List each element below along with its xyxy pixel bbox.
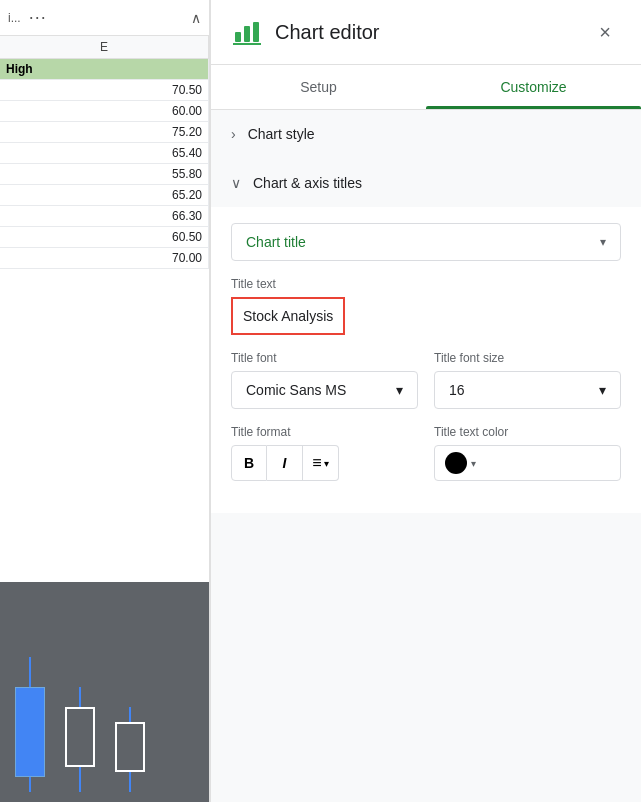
align-arrow-icon: ▾ [324, 458, 329, 469]
title-font-size-label: Title font size [434, 351, 621, 365]
chart-title-dropdown-label: Chart title [246, 234, 306, 250]
chart-axis-titles-section: ∨ Chart & axis titles Chart title ▾ Titl… [211, 159, 641, 513]
title-font-size-value: 16 [449, 382, 465, 398]
dropdown-arrow-icon: ▾ [600, 235, 606, 249]
chart-preview [0, 582, 209, 802]
chart-axis-titles-header[interactable]: ∨ Chart & axis titles [211, 159, 641, 207]
sheet-tab-title: i... [8, 11, 21, 25]
format-buttons: B I ≡ ▾ [231, 445, 418, 481]
chart-editor-icon [231, 16, 263, 48]
chart-style-section: › Chart style [211, 110, 641, 158]
chart-style-title: Chart style [248, 126, 315, 142]
svg-rect-3 [233, 43, 261, 45]
bold-button[interactable]: B [231, 445, 267, 481]
title-text-color-label: Title text color [434, 425, 621, 439]
color-picker-button[interactable]: ▾ [434, 445, 621, 481]
chart-editor-panel: Chart editor × Setup Customize › Chart s… [211, 0, 641, 802]
table-row: 66.30 [0, 206, 209, 227]
title-text-color-col: Title text color ▾ [434, 425, 621, 481]
editor-tabs: Setup Customize [211, 65, 641, 110]
table-row: 70.50 [0, 80, 209, 101]
editor-header: Chart editor × [211, 0, 641, 65]
title-text-input-wrapper[interactable]: Stock Analysis [231, 297, 345, 335]
title-font-dropdown[interactable]: Comic Sans MS ▾ [231, 371, 418, 409]
title-font-col: Title font Comic Sans MS ▾ [231, 351, 418, 409]
close-button[interactable]: × [589, 16, 621, 48]
color-swatch [445, 452, 467, 474]
left-panel: i... ··· ∧ E High 70.50 60.00 75.20 65.4… [0, 0, 210, 802]
table-row: 75.20 [0, 122, 209, 143]
title-font-arrow-icon: ▾ [396, 382, 403, 398]
cell-value: 66.30 [0, 206, 209, 226]
chevron-right-icon: › [231, 126, 236, 142]
high-header: High [0, 59, 209, 79]
align-button[interactable]: ≡ ▾ [303, 445, 339, 481]
cell-value: 70.50 [0, 80, 209, 100]
title-text-label: Title text [231, 277, 621, 291]
table-row: 70.00 [0, 248, 209, 269]
spreadsheet: E High 70.50 60.00 75.20 65.40 55.80 65.… [0, 36, 209, 582]
table-row: 65.40 [0, 143, 209, 164]
italic-button[interactable]: I [267, 445, 303, 481]
title-text-field: Title text Stock Analysis [231, 277, 621, 351]
chart-style-header[interactable]: › Chart style [211, 110, 641, 158]
cell-value: 65.20 [0, 185, 209, 205]
table-row: 60.50 [0, 227, 209, 248]
chart-title-dropdown[interactable]: Chart title ▾ [231, 223, 621, 261]
title-font-size-col: Title font size 16 ▾ [434, 351, 621, 409]
title-font-value: Comic Sans MS [246, 382, 346, 398]
table-row: 60.00 [0, 101, 209, 122]
cell-value: 55.80 [0, 164, 209, 184]
table-row: 55.80 [0, 164, 209, 185]
editor-content: › Chart style ∨ Chart & axis titles Char… [211, 110, 641, 802]
more-options-icon[interactable]: ··· [29, 7, 47, 28]
cell-value: 60.50 [0, 227, 209, 247]
align-icon: ≡ [312, 454, 321, 472]
title-format-label: Title format [231, 425, 418, 439]
column-header-row: E [0, 36, 209, 59]
tab-customize[interactable]: Customize [426, 65, 641, 109]
cell-value: 60.00 [0, 101, 209, 121]
svg-rect-2 [253, 22, 259, 42]
title-font-size-arrow-icon: ▾ [599, 382, 606, 398]
title-format-col: Title format B I ≡ ▾ [231, 425, 418, 481]
chevron-down-icon: ∨ [231, 175, 241, 191]
cell-value: 70.00 [0, 248, 209, 268]
editor-title: Chart editor [275, 21, 577, 44]
tab-setup[interactable]: Setup [211, 65, 426, 109]
column-e-header: E [0, 36, 209, 58]
chart-axis-titles-title: Chart & axis titles [253, 175, 362, 191]
svg-rect-1 [244, 26, 250, 42]
font-size-row: Title font Comic Sans MS ▾ Title font si… [231, 351, 621, 409]
title-font-label: Title font [231, 351, 418, 365]
table-row: 65.20 [0, 185, 209, 206]
table-row-header: High [0, 59, 209, 80]
chart-axis-titles-body: Chart title ▾ Title text Stock Analysis … [211, 207, 641, 513]
svg-rect-0 [235, 32, 241, 42]
color-picker-arrow-icon: ▾ [471, 458, 476, 469]
title-font-size-dropdown[interactable]: 16 ▾ [434, 371, 621, 409]
chart-title-dropdown-row: Chart title ▾ [231, 223, 621, 261]
title-text-input[interactable]: Stock Analysis [243, 308, 333, 324]
format-color-row: Title format B I ≡ ▾ Title text color [231, 425, 621, 481]
collapse-icon[interactable]: ∧ [191, 10, 201, 26]
cell-value: 75.20 [0, 122, 209, 142]
top-bar: i... ··· ∧ [0, 0, 209, 36]
cell-value: 65.40 [0, 143, 209, 163]
